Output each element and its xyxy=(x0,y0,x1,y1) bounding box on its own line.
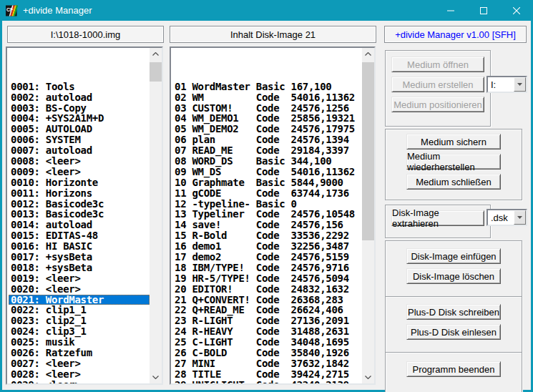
list-item[interactable]: 06 plan Code 24576,1394 xyxy=(175,134,362,145)
scrollbar[interactable] xyxy=(362,48,374,383)
list-item[interactable]: 0003: BS-Copy xyxy=(11,103,150,114)
scroll-thumb[interactable] xyxy=(150,62,162,82)
list-item[interactable]: 0007: autoload xyxy=(11,145,150,156)
list-item[interactable]: 17 demo2 Code 24576,5159 xyxy=(175,252,362,263)
close-icon xyxy=(513,7,520,14)
list-item[interactable]: 11 gCODE Code 63744,1736 xyxy=(175,188,362,199)
list-item[interactable]: 27 MINI Code 37632,1842 xyxy=(175,358,362,369)
list-item[interactable]: 18 IBM/TYPE! Code 24576,9716 xyxy=(175,263,362,273)
app-icon: CF xyxy=(6,5,18,16)
list-item[interactable]: 0024: clip3_1 xyxy=(11,326,150,337)
list-item[interactable]: 0012: Basicode3c xyxy=(11,199,150,210)
position-medium-button[interactable]: Medium positionieren xyxy=(391,97,484,112)
list-item[interactable]: 16 demo1 Code 32256,3487 xyxy=(175,241,362,252)
list-item[interactable]: 04 WM_DEMO1 Code 25856,19321 xyxy=(175,113,362,124)
scroll-thumb[interactable] xyxy=(362,62,374,240)
list-item[interactable]: 0014: autoload xyxy=(11,220,150,230)
list-item[interactable]: 25 C-LIGHT Code 34048,1695 xyxy=(175,337,362,348)
list-item[interactable]: 0026: Ratzefum xyxy=(11,348,150,358)
list-item[interactable]: 0025: musik xyxy=(11,337,150,348)
list-item[interactable]: 26 C-BOLD Code 35840,1926 xyxy=(175,348,362,358)
chevron-down-icon[interactable] xyxy=(514,210,526,225)
list-item[interactable]: 0006: SYSTEM xyxy=(11,134,150,145)
close-button[interactable] xyxy=(500,0,533,21)
restore-medium-button[interactable]: Medium wiederherstellen xyxy=(406,154,501,170)
scroll-down-button[interactable] xyxy=(150,371,162,383)
file-list[interactable]: 01 WordMaster Basic 167,10002 WM Code 54… xyxy=(170,46,376,385)
close-medium-button[interactable]: Medium schließen xyxy=(406,174,501,190)
list-item[interactable]: 0019: <leer> xyxy=(11,273,150,284)
list-item[interactable]: 19 HR-5/TYPE! Code 24576,5094 xyxy=(175,273,362,284)
version-field: +divide Manager v1.00 [SFH] xyxy=(384,26,527,43)
list-item[interactable]: 0022: clip1_1 xyxy=(11,305,150,315)
scroll-down-button[interactable] xyxy=(362,371,374,383)
list-item[interactable]: 05 WM_DEMO2 Code 24576,17975 xyxy=(175,124,362,134)
list-item[interactable]: 0018: +sysBeta xyxy=(11,263,150,273)
scroll-up-button[interactable] xyxy=(362,48,374,60)
list-item[interactable]: 0027: <leer> xyxy=(11,358,150,369)
minimize-icon xyxy=(447,7,454,14)
list-item[interactable]: 0015: EDITAS-48 xyxy=(11,230,150,241)
group-exit: Programm beenden xyxy=(385,352,522,392)
image-list[interactable]: 0001: Tools0002: autoload0003: BS-Copy00… xyxy=(6,46,163,385)
list-item[interactable]: 29 UNICLIGHT Code 42240,2139 xyxy=(175,380,362,383)
disk-image-title-field: Inhalt Disk-Image 21 xyxy=(170,26,376,43)
minimize-button[interactable] xyxy=(434,0,467,21)
list-item[interactable]: 20 EDITOR! Code 24832,1632 xyxy=(175,284,362,295)
list-item[interactable]: 13 Typeliner Code 24576,10548 xyxy=(175,209,362,220)
extract-disk-image-button[interactable]: Disk-Image extrahieren xyxy=(391,210,484,226)
list-item[interactable]: 07 READ_ME Code 29184,3397 xyxy=(175,145,362,156)
list-item[interactable]: 21 Q+CONVERT! Code 26368,283 xyxy=(175,295,362,305)
list-item[interactable]: 0004: +SYS2A1M+D xyxy=(11,113,150,124)
list-item[interactable]: 0002: autoload xyxy=(11,92,150,103)
list-item[interactable]: 0028: <leer> xyxy=(11,369,150,380)
svg-text:CF: CF xyxy=(6,6,14,11)
list-item[interactable]: 0010: Horizonte xyxy=(11,177,150,188)
titlebar[interactable]: CF +divide Manager xyxy=(0,0,533,21)
chevron-down-icon xyxy=(365,376,371,379)
scrollbar[interactable] xyxy=(150,48,162,383)
list-item[interactable]: 0017: +sysBeta xyxy=(11,252,150,263)
image-path-field: I:\1018-1000.img xyxy=(7,26,164,43)
list-item[interactable]: 0005: AUTOLOAD xyxy=(11,124,150,134)
drive-select[interactable]: I: xyxy=(486,76,527,93)
open-medium-button[interactable]: Medium öffnen xyxy=(391,57,484,72)
group-medium-ops: Medium sichern Medium wiederherstellen M… xyxy=(385,129,522,200)
read-plusd-disk-button[interactable]: Plus-D Disk einlesen xyxy=(406,324,501,340)
list-item[interactable]: 0023: clip2_1 xyxy=(11,315,150,326)
list-item[interactable]: 15 R-Bold Code 33536,2292 xyxy=(175,230,362,241)
create-medium-button[interactable]: Medium erstellen xyxy=(391,77,484,92)
chevron-down-icon[interactable] xyxy=(514,77,526,92)
list-item[interactable]: 0013: Basicode3c xyxy=(11,209,150,220)
scroll-up-button[interactable] xyxy=(150,48,162,60)
list-item[interactable]: 0001: Tools xyxy=(11,82,150,92)
chevron-down-icon xyxy=(152,376,159,379)
list-item[interactable]: 28 TITLE Code 39424,2715 xyxy=(175,369,362,380)
list-item[interactable]: 01 WordMaster Basic 167,100 xyxy=(175,82,362,92)
write-plusd-disk-button[interactable]: Plus-D Disk schreiben xyxy=(406,304,501,320)
delete-disk-image-button[interactable]: Disk-Image löschen xyxy=(406,268,501,284)
list-item[interactable]: 0016: HI BASIC xyxy=(11,241,150,252)
list-item[interactable]: 02 WM Code 54016,11362 xyxy=(175,92,362,103)
list-item[interactable]: 03 CUSTOM! Code 24576,1256 xyxy=(175,103,362,114)
insert-disk-image-button[interactable]: Disk-Image einfügen xyxy=(406,248,501,264)
exit-program-button[interactable]: Programm beenden xyxy=(406,361,501,377)
list-item[interactable]: 12 -typeline- Basic 0 xyxy=(175,199,362,210)
list-item[interactable]: 08 WORD_DS Basic 344,100 xyxy=(175,156,362,167)
list-item[interactable]: 0008: <leer> xyxy=(11,156,150,167)
list-item[interactable]: 14 save! Code 24576,156 xyxy=(175,220,362,230)
list-item[interactable]: 22 Q+READ_ME Code 26624,406 xyxy=(175,305,362,315)
list-item[interactable]: 0011: Horizons xyxy=(11,188,150,199)
group-plusd: Plus-D Disk schreiben Plus-D Disk einles… xyxy=(385,296,522,353)
format-select[interactable]: .dsk xyxy=(486,209,527,226)
list-item[interactable]: 0021: WordMaster xyxy=(9,295,150,305)
list-item[interactable]: 10 Graphmate Basic 5844,9000 xyxy=(175,177,362,188)
maximize-button[interactable] xyxy=(467,0,500,21)
list-item[interactable]: 0029: <leer> xyxy=(11,380,150,383)
list-item[interactable]: 09 WM_DS Code 54016,11362 xyxy=(175,167,362,177)
list-item[interactable]: 24 R-HEAVY Code 31488,2631 xyxy=(175,326,362,337)
list-item[interactable]: 23 R-LIGHT Code 27136,2091 xyxy=(175,315,362,326)
list-item[interactable]: 0009: <leer> xyxy=(11,167,150,177)
backup-medium-button[interactable]: Medium sichern xyxy=(406,134,501,150)
list-item[interactable]: 0020: <leer> xyxy=(11,284,150,295)
